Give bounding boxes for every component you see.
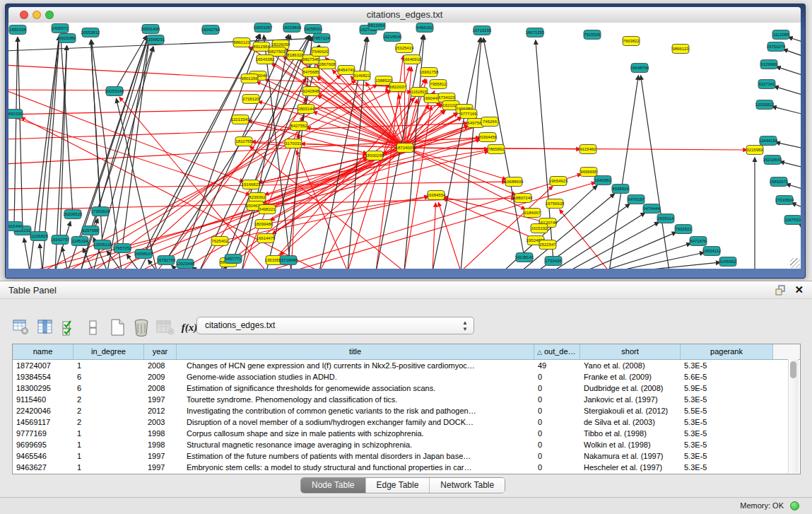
network-node[interactable]: 1810755: [235, 137, 252, 146]
table-row[interactable]: 969969511998Structural magnetic resonanc…: [13, 439, 800, 450]
network-node[interactable]: 19342757: [51, 235, 70, 245]
network-edge[interactable]: [553, 213, 645, 269]
network-edge[interactable]: [40, 244, 42, 269]
network-node[interactable]: 8186328: [287, 51, 304, 60]
network-node[interactable]: 746266: [481, 117, 498, 127]
table-row[interactable]: 946554611997Estimation of the future num…: [13, 450, 800, 462]
network-edge[interactable]: [788, 37, 801, 42]
table-row[interactable]: 1938455462009Genome-wide association stu…: [13, 371, 800, 382]
network-node[interactable]: 7546620: [312, 47, 329, 57]
network-node[interactable]: 8860123: [233, 38, 250, 47]
network-node[interactable]: 16958107: [134, 250, 153, 259]
network-node[interactable]: 17016504: [775, 196, 794, 205]
network-edge[interactable]: [792, 203, 801, 208]
network-node[interactable]: 12213343: [231, 115, 250, 124]
network-canvas[interactable]: 1650334240557120553812206914061604276410…: [8, 23, 801, 269]
delete-table-button[interactable]: [156, 318, 175, 337]
network-node[interactable]: 16961758: [420, 68, 439, 77]
network-node[interactable]: 17353924: [91, 207, 110, 216]
network-node[interactable]: 19218506: [383, 33, 402, 42]
network-node[interactable]: 8239362: [249, 193, 266, 202]
select-all-button[interactable]: [60, 318, 78, 337]
column-header-year[interactable]: year: [144, 344, 177, 359]
column-header-short[interactable]: short: [580, 344, 681, 359]
network-node[interactable]: 19166827: [242, 180, 261, 189]
network-node[interactable]: 1640951: [594, 176, 611, 185]
network-edge[interactable]: [772, 107, 801, 115]
network-edge[interactable]: [780, 162, 801, 168]
network-node[interactable]: 12444194: [759, 136, 778, 146]
network-edge[interactable]: [461, 38, 481, 269]
network-node[interactable]: 1650334: [9, 25, 26, 35]
network-node[interactable]: 9115460: [579, 145, 596, 154]
network-node[interactable]: 7663822: [623, 37, 640, 46]
table-row[interactable]: 1872400712008Changes of HCN gene express…: [13, 360, 800, 371]
network-edge[interactable]: [609, 76, 638, 269]
network-node[interactable]: 20691406: [141, 25, 160, 34]
network-node[interactable]: 6466162: [416, 23, 433, 33]
network-node[interactable]: 20553812: [81, 28, 100, 37]
network-node[interactable]: 7932621: [675, 225, 692, 234]
column-header-out_de[interactable]: △out_de…: [534, 344, 580, 359]
network-node[interactable]: 19258301: [304, 25, 323, 34]
network-node[interactable]: 1145194: [71, 237, 88, 246]
network-node[interactable]: 12505115: [93, 240, 112, 250]
network-node[interactable]: 2803144: [298, 105, 314, 114]
network-edge[interactable]: [39, 36, 59, 236]
network-node[interactable]: 16671355: [526, 28, 545, 37]
network-node[interactable]: 9129966: [760, 60, 777, 69]
network-node[interactable]: 2935114: [657, 214, 674, 223]
network-node[interactable]: 9245652: [719, 257, 736, 267]
network-node[interactable]: 7955812: [430, 80, 447, 89]
network-node[interactable]: 9777169: [460, 110, 477, 119]
network-node[interactable]: 3215953: [746, 146, 763, 155]
network-node[interactable]: 15325419: [395, 44, 414, 53]
network-node[interactable]: 19756928: [546, 199, 565, 209]
network-node[interactable]: 2522547: [539, 240, 556, 250]
network-node[interactable]: 1167533: [784, 216, 801, 225]
network-edge[interactable]: [18, 37, 23, 230]
network-edge[interactable]: [787, 184, 801, 189]
create-new-column-button[interactable]: [108, 318, 126, 337]
column-header-name[interactable]: name: [13, 344, 73, 359]
network-node[interactable]: 18300295: [365, 151, 384, 160]
network-node[interactable]: 8813054: [368, 23, 385, 30]
network-node[interactable]: 20364456: [478, 133, 498, 142]
network-node[interactable]: 3498221: [259, 205, 276, 214]
network-node[interactable]: 20206526: [64, 210, 83, 219]
network-node[interactable]: 3170031: [285, 139, 302, 148]
network-node[interactable]: 9915440: [8, 222, 23, 231]
network-node[interactable]: 9699695: [580, 168, 597, 177]
network-node[interactable]: 9146821: [353, 71, 370, 81]
network-edge[interactable]: [776, 142, 801, 148]
network-node[interactable]: 19654923: [549, 177, 568, 186]
column-header-title[interactable]: title: [177, 344, 534, 359]
network-node[interactable]: 16543382: [256, 55, 275, 64]
network-node[interactable]: 16782759: [157, 256, 176, 265]
network-node[interactable]: 6479197: [628, 195, 645, 204]
network-node[interactable]: 9184067: [524, 209, 541, 218]
network-node[interactable]: 16914479: [257, 234, 276, 243]
network-edge[interactable]: [783, 49, 801, 57]
float-panel-icon[interactable]: [775, 285, 786, 296]
network-edge[interactable]: [114, 36, 146, 91]
network-node[interactable]: 16210643: [763, 156, 782, 165]
network-node[interactable]: 18807249: [514, 194, 533, 203]
column-header-pagerank[interactable]: pagerank: [681, 344, 773, 359]
network-node[interactable]: 1650339: [8, 110, 23, 119]
network-node[interactable]: 15892971: [770, 177, 789, 187]
close-panel-icon[interactable]: ✕: [794, 284, 804, 296]
network-node[interactable]: 8454749: [338, 66, 355, 75]
network-node[interactable]: 8475685: [302, 68, 319, 77]
delete-columns-button[interactable]: [132, 318, 151, 337]
network-node[interactable]: 20053346: [105, 87, 124, 96]
network-node[interactable]: 1733426: [545, 257, 562, 266]
network-node[interactable]: 9915089: [59, 34, 76, 43]
table-row[interactable]: 1456911722003Disruption of a novel membe…: [13, 416, 800, 428]
network-node[interactable]: 10653287: [254, 23, 273, 33]
table-row[interactable]: 977716911998Corpus callosum shape and si…: [13, 428, 800, 439]
network-node[interactable]: 8427552: [290, 122, 307, 131]
network-node[interactable]: 8938924: [612, 185, 629, 194]
network-edge[interactable]: [405, 148, 516, 195]
network-node[interactable]: 11568291: [146, 35, 165, 45]
